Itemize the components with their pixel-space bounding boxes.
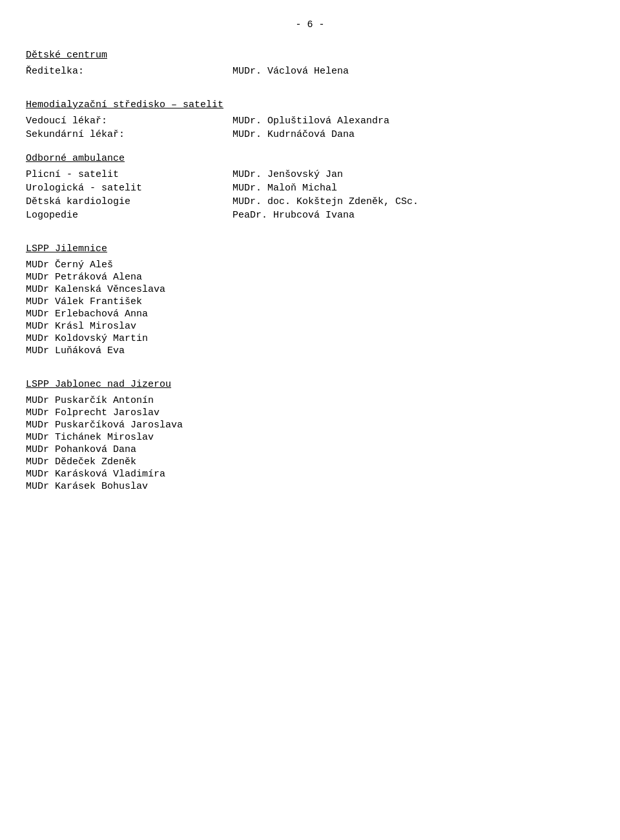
vedouci-row: Vedoucí lékař: MUDr. Opluštilová Alexand… <box>26 116 594 127</box>
ambulance-doctor: PeaDr. Hrubcová Ivana <box>232 210 594 221</box>
hemodialyzacni-section: Hemodialyzační středisko – satelit Vedou… <box>26 99 594 140</box>
page-number: - 6 - <box>295 19 324 30</box>
list-item: MUDr Karásek Bohuslav <box>26 481 594 492</box>
list-item: MUDr Tichánek Miroslav <box>26 432 594 443</box>
lspp-jablonec-title: LSPP Jablonec nad Jizerou <box>26 379 594 395</box>
lspp-jilemnice-section: LSPP Jilemnice MUDr Černý AlešMUDr Petrá… <box>26 243 594 356</box>
ambulance-doctor: MUDr. Jenšovský Jan <box>232 169 594 180</box>
odborne-ambulance-list: Plicní - satelitMUDr. Jenšovský JanUrolo… <box>26 169 594 221</box>
list-item: MUDr Erlebachová Anna <box>26 309 594 320</box>
ambulance-doctor: MUDr. Maloň Michal <box>232 183 594 194</box>
sekundarni-value: MUDr. Kudrnáčová Dana <box>232 129 594 140</box>
reditelka-value: MUDr. Václová Helena <box>232 66 594 77</box>
ambulance-name: Dětská kardiologie <box>26 196 232 207</box>
list-item: MUDr Krásl Miroslav <box>26 321 594 332</box>
vedouci-label: Vedoucí lékař: <box>26 116 232 127</box>
list-item: MUDr Luňáková Eva <box>26 345 594 356</box>
odborne-ambulance-title: Odborné ambulance <box>26 153 594 169</box>
list-item: MUDr Folprecht Jaroslav <box>26 407 594 418</box>
lspp-jablonec-list: MUDr Puskarčík AntonínMUDr Folprecht Jar… <box>26 395 594 492</box>
lspp-jilemnice-list: MUDr Černý AlešMUDr Petráková AlenaMUDr … <box>26 260 594 356</box>
lspp-jilemnice-title: LSPP Jilemnice <box>26 243 594 260</box>
list-item: MUDr Černý Aleš <box>26 260 594 271</box>
list-item: MUDr Karásková Vladimíra <box>26 469 594 480</box>
reditelka-row: Ředitelka: MUDr. Václová Helena <box>26 66 594 77</box>
ambulance-row: Urologická - satelitMUDr. Maloň Michal <box>26 183 594 194</box>
sekundarni-row: Sekundární lékař: MUDr. Kudrnáčová Dana <box>26 129 594 140</box>
ambulance-row: Dětská kardiologieMUDr. doc. Kokštejn Zd… <box>26 196 594 207</box>
list-item: MUDr Válek František <box>26 296 594 307</box>
odborne-ambulance-section: Odborné ambulance Plicní - satelitMUDr. … <box>26 153 594 221</box>
hemodialyzacni-title: Hemodialyzační středisko – satelit <box>26 99 594 116</box>
ambulance-name: Plicní - satelit <box>26 169 232 180</box>
list-item: MUDr Puskarčíková Jaroslava <box>26 420 594 431</box>
list-item: MUDr Petráková Alena <box>26 272 594 283</box>
sekundarni-label: Sekundární lékař: <box>26 129 232 140</box>
ambulance-name: Logopedie <box>26 210 232 221</box>
ambulance-row: Plicní - satelitMUDr. Jenšovský Jan <box>26 169 594 180</box>
reditelka-label: Ředitelka: <box>26 66 232 77</box>
lspp-jablonec-section: LSPP Jablonec nad Jizerou MUDr Puskarčík… <box>26 379 594 492</box>
vedouci-value: MUDr. Opluštilová Alexandra <box>232 116 594 127</box>
list-item: MUDr Kalenská Věnceslava <box>26 284 594 295</box>
ambulance-row: LogopediePeaDr. Hrubcová Ivana <box>26 210 594 221</box>
list-item: MUDr Puskarčík Antonín <box>26 395 594 406</box>
list-item: MUDr Koldovský Martin <box>26 333 594 344</box>
list-item: MUDr Pohanková Dana <box>26 444 594 455</box>
ambulance-name: Urologická - satelit <box>26 183 232 194</box>
page-header: - 6 - <box>26 19 594 30</box>
detske-centrum-section: Dětské centrum Ředitelka: MUDr. Václová … <box>26 50 594 77</box>
detske-centrum-title: Dětské centrum <box>26 50 594 66</box>
list-item: MUDr Dědeček Zdeněk <box>26 456 594 467</box>
ambulance-doctor: MUDr. doc. Kokštejn Zdeněk, CSc. <box>232 196 594 207</box>
